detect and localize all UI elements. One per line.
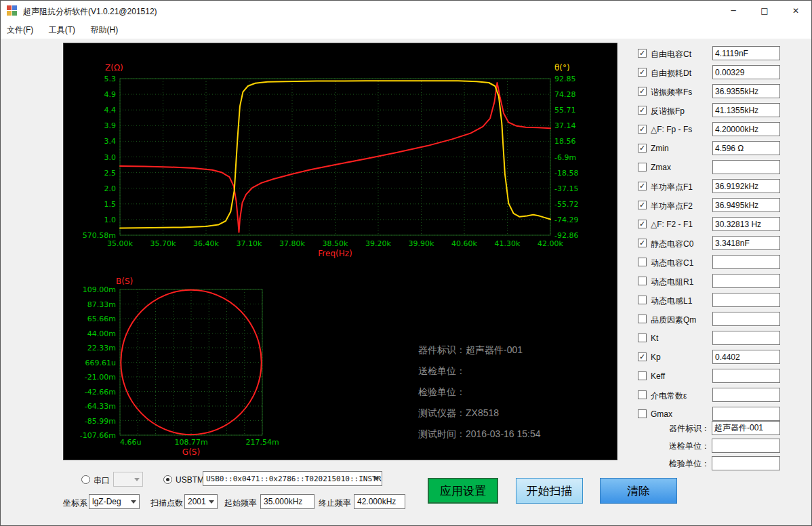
param-checkbox[interactable]: ✓ xyxy=(638,239,647,247)
param-value-field[interactable] xyxy=(712,160,780,174)
param-checkbox[interactable]: ✓ xyxy=(638,68,647,77)
param-row: ✓静态电容C0 xyxy=(635,234,784,253)
chart-panel: 5.34.94.43.93.43.02.52.01.51.0570.58m92.… xyxy=(63,43,617,460)
usb-address-value: USB0::0x0471::0x2786::T020215010::INSTR xyxy=(206,474,381,483)
param-row: ✓自由电容Ct xyxy=(635,44,784,63)
clear-button[interactable]: 清除 xyxy=(600,478,677,504)
svg-text:Z(Ω): Z(Ω) xyxy=(105,63,123,73)
svg-text:40.60k: 40.60k xyxy=(451,239,477,248)
param-value-field[interactable] xyxy=(712,369,780,383)
param-row: ✓半功率点F1 xyxy=(635,177,784,196)
param-checkbox[interactable]: ✓ xyxy=(638,125,647,134)
chevron-down-icon xyxy=(134,478,140,481)
start-scan-button[interactable]: 开始扫描 xyxy=(516,478,583,504)
param-label: 静态电容C0 xyxy=(651,239,693,250)
svg-text:-64.33m: -64.33m xyxy=(85,402,116,411)
param-checkbox[interactable] xyxy=(638,163,647,171)
param-checkbox[interactable]: ✓ xyxy=(638,182,647,190)
param-checkbox[interactable]: ✓ xyxy=(638,49,647,58)
param-list: ✓自由电容Ct✓自由损耗Dt✓谐振频率Fs✓反谐振Fp✓△F: Fp - Fs✓… xyxy=(635,44,784,424)
minimize-button[interactable]: ─ xyxy=(718,1,749,21)
svg-text:109.00m: 109.00m xyxy=(83,285,116,294)
param-value-field[interactable] xyxy=(712,293,780,307)
scan-points-combobox[interactable]: 2001 xyxy=(184,494,218,509)
param-value-field[interactable] xyxy=(712,141,780,155)
maximize-button[interactable]: □ xyxy=(749,1,780,21)
usbtmc-radio[interactable] xyxy=(163,475,172,484)
usb-address-combobox[interactable]: USB0::0x0471::0x2786::T020215010::INSTR xyxy=(203,471,382,486)
param-checkbox[interactable] xyxy=(638,315,647,323)
device-row-field[interactable] xyxy=(712,421,780,435)
device-row-label: 器件标识： xyxy=(635,423,710,434)
svg-text:4.66u: 4.66u xyxy=(120,438,141,447)
window-title: 超声阻抗分析软件(V1.0.21@201512) xyxy=(23,6,157,18)
serial-port-combobox[interactable] xyxy=(113,472,143,487)
param-checkbox[interactable]: ✓ xyxy=(638,106,647,115)
param-checkbox[interactable] xyxy=(638,258,647,266)
param-checkbox[interactable] xyxy=(638,409,647,418)
param-checkbox[interactable]: ✓ xyxy=(638,201,647,209)
param-checkbox[interactable] xyxy=(638,390,647,399)
apply-settings-button[interactable]: 应用设置 xyxy=(428,478,498,504)
param-value-field[interactable] xyxy=(712,84,780,98)
param-checkbox[interactable] xyxy=(638,333,647,342)
param-value-field[interactable] xyxy=(712,388,780,402)
stop-frequency-input[interactable] xyxy=(354,494,405,509)
param-value-field[interactable] xyxy=(712,198,780,212)
svg-text:θ(°): θ(°) xyxy=(554,63,570,73)
svg-text:B(S): B(S) xyxy=(116,277,133,286)
svg-text:-6.9m: -6.9m xyxy=(554,153,576,162)
param-value-field[interactable] xyxy=(712,46,780,60)
param-value-field[interactable] xyxy=(712,179,780,193)
svg-text:4.9: 4.9 xyxy=(104,90,117,99)
param-checkbox[interactable]: ✓ xyxy=(638,87,647,96)
param-value-field[interactable] xyxy=(712,331,780,345)
serial-radio[interactable] xyxy=(81,475,90,484)
param-value-field[interactable] xyxy=(712,122,780,136)
param-value-field[interactable] xyxy=(712,407,780,421)
param-value-field[interactable] xyxy=(712,217,780,231)
device-row: 器件标识： xyxy=(635,420,784,437)
stop-frequency-label: 终止频率 xyxy=(319,498,351,509)
scan-points-value: 2001 xyxy=(188,497,206,506)
svg-text:18.56: 18.56 xyxy=(554,137,576,146)
chevron-down-icon xyxy=(373,477,379,481)
menu-help[interactable]: 帮助(H) xyxy=(85,21,125,39)
svg-text:-107.66m: -107.66m xyxy=(80,431,116,440)
start-frequency-label: 起始频率 xyxy=(224,498,257,509)
param-value-field[interactable] xyxy=(712,103,780,117)
svg-text:1.5: 1.5 xyxy=(104,200,117,209)
device-row-field[interactable] xyxy=(712,456,780,470)
svg-text:37.80k: 37.80k xyxy=(279,239,305,248)
param-value-field[interactable] xyxy=(712,65,780,79)
param-checkbox[interactable] xyxy=(638,296,647,304)
menu-file[interactable]: 文件(F) xyxy=(1,21,39,39)
param-value-field[interactable] xyxy=(712,350,780,364)
param-row: Keff xyxy=(635,367,784,386)
svg-text:-21.00m: -21.00m xyxy=(85,373,116,382)
device-row-field[interactable] xyxy=(712,439,780,453)
param-checkbox[interactable]: ✓ xyxy=(638,352,647,361)
param-value-field[interactable] xyxy=(712,274,780,288)
param-checkbox[interactable] xyxy=(638,371,647,380)
scan-points-label: 扫描点数 xyxy=(150,498,183,509)
svg-text:3.4: 3.4 xyxy=(104,137,117,146)
menu-tools[interactable]: 工具(T) xyxy=(43,21,81,39)
param-value-field[interactable] xyxy=(712,236,780,250)
param-checkbox[interactable]: ✓ xyxy=(638,220,647,228)
param-value-field[interactable] xyxy=(712,255,780,269)
param-checkbox[interactable]: ✓ xyxy=(638,144,647,153)
param-row: 动态电感L1 xyxy=(635,291,784,310)
coord-system-combobox[interactable]: lgZ-Deg xyxy=(89,494,140,509)
param-row: ✓半功率点F2 xyxy=(635,196,784,215)
param-label: 反谐振Fp xyxy=(651,106,685,117)
start-frequency-input[interactable] xyxy=(260,494,314,509)
svg-text:Freq(Hz): Freq(Hz) xyxy=(318,249,352,258)
param-label: Gmax xyxy=(651,409,672,419)
close-button[interactable]: ✕ xyxy=(780,1,811,21)
svg-text:-42.66m: -42.66m xyxy=(85,388,116,397)
param-checkbox[interactable] xyxy=(638,277,647,285)
svg-text:-85.99m: -85.99m xyxy=(85,417,116,426)
param-label: Kt xyxy=(651,333,658,343)
param-value-field[interactable] xyxy=(712,312,780,326)
